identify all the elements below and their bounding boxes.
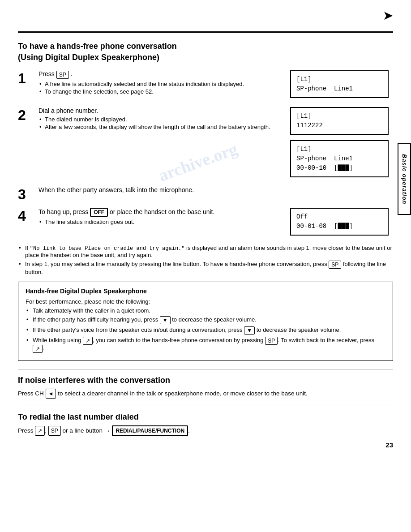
step-2-main: Dial a phone number. (39, 107, 286, 114)
step-2-bullets: The dialed number is displayed. After a … (39, 116, 286, 130)
sp-phone-key: SP (56, 71, 69, 79)
redial-pause-function-key: REDIAL/PAUSE/FUNCTION (112, 425, 188, 436)
step-1-content: Press SP . A free line is automatically … (36, 70, 286, 95)
step-2-bullet-2: After a few seconds, the display will sh… (39, 124, 286, 130)
sp-key-inline: SP (329, 261, 341, 269)
step-2-bullet-1: The dialed number is displayed. (39, 116, 286, 123)
step-1-bullet-2: To change the line selection, see page 5… (39, 88, 286, 95)
step-3-content: When the other party answers, talk into … (36, 186, 286, 195)
sp-key-3: SP (48, 426, 61, 436)
top-divider (18, 31, 393, 33)
redial-or-label: or a line button (63, 427, 104, 434)
step-3-main: When the other party answers, talk into … (39, 186, 286, 193)
next-page-arrow: ➤ (383, 8, 393, 23)
step-4-display: Off00-01-08 [███] (290, 208, 393, 238)
display-box-2b: [L1]SP-phone Line100-00-10 [███] (290, 140, 389, 177)
step-2-display: [L1]1112222 [L1]SP-phone Line100-00-10 [… (290, 107, 393, 180)
step-2-number: 2 (18, 107, 36, 122)
step-4-bullets: The line status indication goes out. (39, 219, 286, 225)
note-1: If "No link to base Place on cradle and … (18, 245, 393, 258)
step-4-row: 4 To hang up, press OFF or place the han… (18, 208, 393, 238)
step-1-main: Press SP . (39, 70, 286, 78)
section3-title: To redial the last number dialed (18, 412, 393, 422)
step-3-row: 3 When the other party answers, talk int… (18, 186, 393, 202)
section3-rule (18, 406, 393, 406)
section1-title: To have a hands-free phone conversation … (18, 41, 393, 63)
info-box-title: Hands-free Digital Duplex Speakerphone (26, 287, 385, 295)
info-bullet-4: While talking using ↗, you can switch to… (26, 337, 385, 353)
step-2-content: Dial a phone number. The dialed number i… (36, 107, 286, 131)
section3-body: Press ↗, SP or a line button → REDIAL/PA… (18, 425, 393, 436)
sidebar-tab: Basic operation (398, 143, 411, 215)
handset-key-2: ↗ (33, 345, 43, 353)
display-box-1a: [L1]SP-phone Line1 (290, 70, 389, 98)
handset-key-1: ↗ (83, 337, 93, 345)
off-key: OFF (90, 208, 108, 217)
step-1-display: [L1]SP-phone Line1 (290, 70, 393, 101)
arrow-right-icon: → (104, 426, 111, 436)
info-bullet-2: If the other party has difficulty hearin… (26, 316, 385, 324)
step-3-number: 3 (18, 186, 36, 202)
page-number: 23 (385, 441, 393, 449)
info-box-intro: For best performance, please note the fo… (26, 298, 385, 305)
step-4-main: To hang up, press OFF or place the hands… (39, 208, 286, 217)
display-box-2a: [L1]1112222 (290, 107, 389, 135)
section2-rule (18, 369, 393, 369)
notes-section: If "No link to base Place on cradle and … (18, 245, 393, 275)
step-2-row: 2 Dial a phone number. The dialed number… (18, 107, 393, 180)
info-bullet-3: If the other party's voice from the spea… (26, 326, 385, 335)
section2-body: Press CH ◄ to select a clearer channel i… (18, 389, 393, 399)
note-2: In step 1, you may select a line manuall… (18, 261, 393, 275)
step-1-bullet-1: A free line is automatically selected an… (39, 81, 286, 87)
sp-key-2: SP (265, 337, 278, 345)
ch-key: ◄ (46, 389, 56, 399)
vol-down-key-2: ▼ (244, 326, 255, 335)
handset-key-3: ↗ (35, 426, 45, 436)
step-1-number: 1 (18, 70, 36, 86)
display-box-4a: Off00-01-08 [███] (290, 208, 389, 236)
step-4-content: To hang up, press OFF or place the hands… (36, 208, 286, 226)
step-1-row: 1 Press SP . A free line is automaticall… (18, 70, 393, 101)
section2-title: If noise interferes with the conversatio… (18, 376, 393, 385)
info-box: Hands-free Digital Duplex Speakerphone F… (18, 282, 393, 361)
step-4-bullet-1: The line status indication goes out. (39, 219, 286, 225)
info-bullet-1: Talk alternately with the caller in a qu… (26, 307, 385, 314)
vol-down-key-1: ▼ (160, 316, 171, 324)
redial-press-label: Press (18, 427, 34, 434)
info-box-bullets: Talk alternately with the caller in a qu… (26, 307, 385, 353)
step-4-number: 4 (18, 208, 36, 223)
step-1-bullets: A free line is automatically selected an… (39, 81, 286, 95)
